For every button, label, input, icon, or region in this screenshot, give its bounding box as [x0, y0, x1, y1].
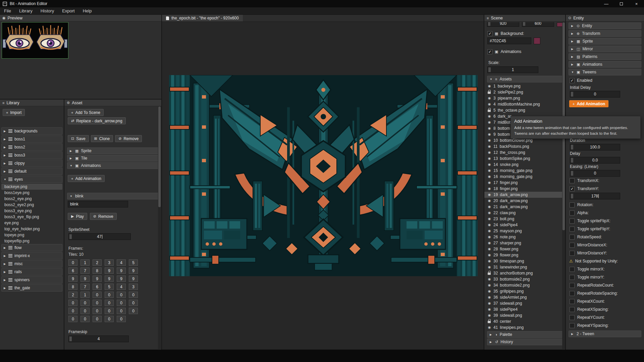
animations-checkbox[interactable]	[487, 49, 492, 54]
scene-asset-row[interactable]: 4 midBottomMachine.png	[484, 101, 565, 107]
tween-property-checkbox[interactable]	[570, 243, 575, 248]
library-tree-item[interactable]: backeye.png	[1, 184, 62, 190]
scene-asset-row[interactable]: 17 finger.png	[484, 180, 565, 186]
scene-asset-row[interactable]: 28 flower.png	[484, 246, 565, 252]
visibility-icon[interactable]	[487, 114, 491, 118]
frame-tile-button[interactable]: 0	[68, 300, 77, 306]
scene-asset-row[interactable]: 39 sidewall.png	[484, 312, 565, 318]
library-tree-item[interactable]: ▶ clippy	[1, 160, 62, 167]
visibility-icon[interactable]	[487, 193, 491, 197]
visibility-icon[interactable]	[487, 108, 491, 112]
initial-delay-field[interactable]: 0	[570, 91, 620, 98]
frame-tile-button[interactable]: 4	[117, 259, 126, 266]
visibility-icon[interactable]	[487, 175, 491, 179]
replace-button[interactable]: ⇄ Replace - dark_arrow.png	[68, 117, 126, 124]
scene-asset-row[interactable]: 19 dark_arrow.png	[484, 192, 565, 198]
frame-tile-button[interactable]: 9	[68, 276, 77, 282]
scene-asset-row[interactable]: 25 mayson.png	[484, 228, 565, 234]
scene-asset-row[interactable]: 32 anchorBottom.png	[484, 270, 565, 276]
scene-asset-row[interactable]: 18 finger.png	[484, 186, 565, 192]
frame-tile-button[interactable]: 5	[129, 259, 138, 266]
frame-tile-button[interactable]: 0	[105, 300, 114, 306]
frame-tile-button[interactable]: 2	[93, 259, 102, 266]
visibility-icon[interactable]	[487, 90, 491, 94]
scene-asset-row[interactable]: 13 bottomSpike.png	[484, 156, 565, 162]
library-tree-item[interactable]: boss3_eye_flip.png	[1, 214, 62, 220]
scene-asset-row[interactable]: 36 sideArmlet.png	[484, 294, 565, 300]
import-button[interactable]: + Import	[3, 109, 25, 116]
entity-section-header[interactable]: ▶ ◫ Mirror	[569, 46, 641, 52]
scene-asset-row[interactable]: 20 dark_arrow.png	[484, 198, 565, 204]
visibility-icon[interactable]	[487, 138, 491, 142]
frame-tile-button[interactable]: 7	[80, 267, 90, 274]
menu-item[interactable]: File	[0, 8, 15, 13]
canvas-tab[interactable]: the_epoch.bit - "the epoch" - 920x600	[162, 15, 243, 21]
tween-property-checkbox[interactable]	[570, 307, 575, 312]
library-tree-item[interactable]: boss2_eye.png	[1, 196, 62, 202]
library-tree-item[interactable]: ▶ boss3	[1, 152, 62, 159]
frame-tile-button[interactable]: 0	[105, 316, 114, 322]
frame-tile-button[interactable]: 0	[129, 292, 138, 298]
library-tree-item[interactable]: ▶ rails	[1, 268, 62, 276]
visibility-icon[interactable]	[487, 187, 491, 191]
tween-property-checkbox[interactable]	[570, 235, 575, 240]
scene-height-field[interactable]: 600	[522, 22, 554, 27]
visibility-icon[interactable]	[487, 253, 491, 257]
menu-item[interactable]: Export	[58, 8, 79, 13]
frame-tile-button[interactable]: 1	[80, 292, 90, 298]
frame-tile-button[interactable]: 0	[93, 292, 102, 298]
library-tree-item[interactable]: ▶ boss2	[1, 143, 62, 151]
frame-tile-button[interactable]: 0	[129, 308, 138, 314]
animation-header[interactable]: ▼ blink	[67, 193, 159, 199]
visibility-icon[interactable]	[487, 102, 491, 106]
visibility-icon[interactable]	[487, 150, 491, 155]
scene-asset-row[interactable]: 2 sidePipe2.png	[484, 89, 565, 95]
frame-tile-button[interactable]: 1	[80, 259, 90, 266]
scale-field[interactable]: 1	[487, 66, 538, 73]
visibility-icon[interactable]	[487, 157, 491, 161]
remove-animation-button[interactable]: ⊘ Remove	[90, 213, 117, 220]
scene-section-header[interactable]: ▶ ◑ Palette	[487, 331, 562, 338]
menu-item[interactable]: Library	[15, 8, 37, 13]
frame-tile-button[interactable]: 0	[93, 300, 102, 306]
visibility-icon[interactable]	[487, 259, 491, 263]
visibility-icon[interactable]	[487, 169, 491, 173]
frame-tile-button[interactable]: 0	[80, 308, 90, 314]
frame-tile-button[interactable]: 0	[117, 292, 126, 298]
scene-asset-row[interactable]: 5 the_octave.png	[484, 107, 565, 113]
visibility-icon[interactable]	[487, 271, 491, 275]
scene-asset-row[interactable]: 30 timespan.png	[484, 258, 565, 264]
scene-asset-row[interactable]: 29 flower.png	[484, 252, 565, 258]
minimize-button[interactable]: —	[599, 0, 614, 7]
entity-section-header[interactable]: ▶ ▨ Patterns	[569, 53, 641, 60]
visibility-icon[interactable]	[487, 307, 491, 311]
frame-tile-button[interactable]: 0	[93, 316, 102, 322]
frame-tile-button[interactable]: 7	[80, 284, 90, 290]
frame-tile-button[interactable]: 0	[68, 259, 77, 266]
visibility-icon[interactable]	[487, 289, 491, 293]
library-tree-item[interactable]: ▶ backgrounds	[1, 127, 62, 135]
frame-tile-button[interactable]: 0	[80, 300, 90, 306]
scene-asset-row[interactable]: 15 morning_gate.png	[484, 168, 565, 174]
add-animation-button[interactable]: + Add Animation	[569, 100, 608, 107]
frame-tile-button[interactable]: 0	[105, 308, 114, 314]
background-color-input[interactable]: #702C45	[487, 38, 531, 44]
visibility-icon[interactable]	[487, 313, 491, 317]
asset-section-header[interactable]: ▼ ▣ Animations	[67, 162, 159, 169]
asset-section-header[interactable]: ▶ ▦ Sprite	[67, 147, 159, 154]
scene-asset-row[interactable]: 37 sidewall.png	[484, 300, 565, 306]
animation-name-input[interactable]	[68, 201, 128, 207]
visibility-icon[interactable]	[487, 295, 491, 299]
scene-asset-row[interactable]: 40 center	[484, 318, 565, 324]
delay-field[interactable]: 0.0	[570, 157, 620, 164]
scene-asset-row[interactable]: 3 pipearm.png	[484, 95, 565, 101]
library-tree-item[interactable]: ▶ default	[1, 168, 62, 175]
tween-property-checkbox[interactable]	[570, 186, 575, 191]
visibility-icon[interactable]	[487, 319, 491, 323]
entity-section-header[interactable]: ▶ ⊙ Entity	[569, 22, 641, 29]
visibility-icon[interactable]	[487, 84, 491, 88]
frame-tile-button[interactable]: 0	[117, 308, 126, 314]
frame-tile-button[interactable]: 9	[93, 276, 102, 282]
frame-tile-button[interactable]: 9	[129, 267, 138, 274]
menu-item[interactable]: History	[37, 8, 58, 13]
